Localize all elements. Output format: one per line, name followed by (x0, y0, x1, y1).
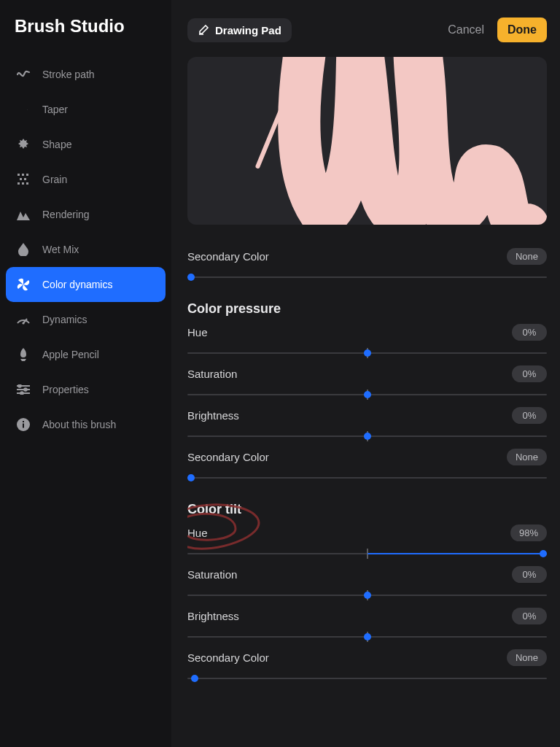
sidebar-item-dynamics[interactable]: Dynamics (6, 302, 166, 337)
heading-color-pressure: Color pressure (187, 301, 547, 317)
slider-value-badge: 0% (512, 566, 547, 583)
sidebar-item-label: Taper (42, 104, 68, 115)
taper-icon (16, 106, 31, 113)
svg-rect-6 (22, 182, 24, 185)
stroke-path-icon (16, 69, 31, 80)
cancel-button[interactable]: Cancel (448, 23, 484, 36)
slider-track[interactable] (187, 473, 547, 483)
slider-ct-secondary: Secondary Color None (187, 649, 547, 684)
topbar: Drawing Pad Cancel Done (187, 18, 547, 42)
sidebar-item-wet-mix[interactable]: Wet Mix (6, 232, 166, 267)
properties-icon (16, 384, 31, 395)
slider-ct-saturation: Saturation 0% (187, 566, 547, 600)
slider-value-badge: 0% (512, 324, 547, 341)
sidebar-item-label: Color dynamics (42, 279, 112, 290)
slider-ct-hue: Hue 98% (187, 525, 547, 559)
svg-rect-5 (18, 182, 20, 185)
slider-secondary-color: Secondary Color None (187, 248, 547, 282)
slider-cp-brightness: Brightness 0% (187, 407, 547, 441)
slider-label: Saturation (187, 368, 237, 380)
slider-cp-secondary: Secondary Color None (187, 449, 547, 483)
sidebar-item-taper[interactable]: Taper (6, 92, 166, 127)
slider-value-badge: 0% (512, 608, 547, 624)
svg-rect-18 (23, 421, 24, 422)
app-title: Brush Studio (0, 16, 171, 57)
slider-label: Brightness (187, 409, 239, 422)
slider-track[interactable] (187, 390, 547, 400)
grain-icon (16, 174, 31, 185)
slider-track[interactable] (187, 348, 547, 358)
sidebar-nav: Stroke path Taper Shape Grain (0, 57, 171, 442)
slider-value-badge: 0% (512, 407, 547, 424)
svg-rect-7 (26, 182, 28, 185)
dynamics-icon (16, 314, 31, 325)
sidebar-item-properties[interactable]: Properties (6, 372, 166, 407)
slider-value-badge: None (507, 449, 547, 465)
svg-rect-2 (26, 174, 28, 176)
info-icon (16, 418, 31, 431)
svg-rect-17 (23, 424, 24, 428)
color-dynamics-icon (16, 278, 31, 291)
slider-value-badge: None (507, 649, 547, 666)
sidebar-item-label: Shape (42, 139, 71, 150)
slider-label: Secondary Color (187, 451, 269, 463)
slider-track[interactable] (187, 632, 547, 642)
slider-track[interactable] (187, 431, 547, 441)
drawing-pad-breadcrumb[interactable]: Drawing Pad (187, 18, 292, 42)
sidebar-item-label: Grain (42, 174, 67, 185)
svg-rect-0 (18, 174, 20, 176)
slider-label: Brightness (187, 610, 239, 622)
svg-point-15 (20, 392, 23, 395)
slider-label: Secondary Color (187, 250, 269, 263)
slider-label: Hue (187, 527, 208, 539)
slider-ct-brightness: Brightness 0% (187, 608, 547, 642)
done-button[interactable]: Done (497, 18, 547, 42)
slider-cp-saturation: Saturation 0% (187, 365, 547, 400)
slider-value-badge: None (507, 248, 547, 265)
slider-value-badge: 0% (512, 365, 547, 382)
slider-track[interactable] (187, 549, 547, 559)
slider-label: Secondary Color (187, 651, 269, 664)
sidebar-item-grain[interactable]: Grain (6, 162, 166, 197)
sidebar-item-label: Properties (42, 384, 89, 395)
sidebar-item-label: Dynamics (42, 314, 87, 325)
slider-value-badge: 98% (510, 525, 547, 541)
shape-icon (16, 138, 31, 151)
svg-point-13 (18, 384, 21, 387)
breadcrumb-label: Drawing Pad (215, 24, 281, 36)
slider-label: Saturation (187, 568, 237, 581)
sidebar-item-label: Stroke path (42, 69, 95, 80)
sidebar-item-label: Apple Pencil (42, 349, 99, 360)
rendering-icon (16, 209, 31, 220)
sidebar-item-label: Wet Mix (42, 244, 79, 255)
sidebar-item-apple-pencil[interactable]: Apple Pencil (6, 337, 166, 372)
slider-track[interactable] (187, 673, 547, 684)
sidebar-item-color-dynamics[interactable]: Color dynamics (6, 267, 166, 302)
svg-rect-3 (20, 178, 22, 180)
slider-cp-hue: Hue 0% (187, 324, 547, 358)
apple-pencil-icon (16, 348, 31, 361)
edit-icon (198, 24, 209, 36)
sidebar-item-shape[interactable]: Shape (6, 127, 166, 162)
heading-color-tilt: Color tilt (187, 502, 547, 517)
slider-track[interactable] (187, 590, 547, 600)
slider-label: Hue (187, 326, 208, 338)
sidebar-item-label: About this brush (42, 419, 116, 430)
slider-track[interactable] (187, 272, 547, 282)
sidebar: Brush Studio Stroke path Taper Shape (0, 0, 171, 747)
brush-preview-canvas[interactable] (187, 57, 547, 225)
sidebar-item-about[interactable]: About this brush (6, 407, 166, 442)
main-panel: Drawing Pad Cancel Done Secondary Color … (171, 0, 560, 747)
sidebar-item-stroke-path[interactable]: Stroke path (6, 57, 166, 92)
svg-point-14 (24, 388, 27, 391)
svg-rect-1 (22, 174, 24, 176)
wet-mix-icon (16, 243, 31, 256)
svg-rect-4 (24, 178, 26, 180)
sidebar-item-label: Rendering (42, 209, 90, 220)
sidebar-item-rendering[interactable]: Rendering (6, 197, 166, 232)
